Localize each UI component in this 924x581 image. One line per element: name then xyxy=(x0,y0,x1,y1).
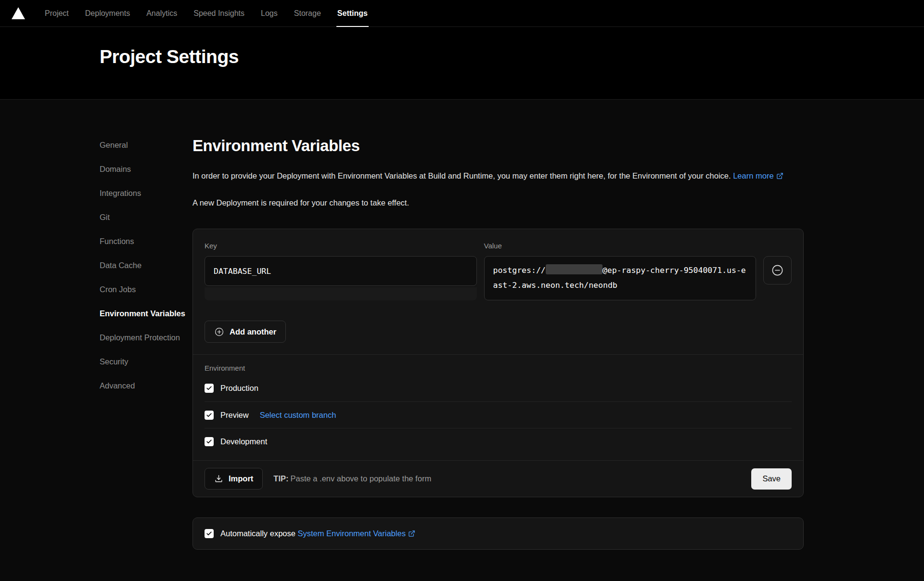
vercel-logo[interactable] xyxy=(12,7,33,19)
card-footer: Import TIP:Paste a .env above to populat… xyxy=(193,460,803,497)
minus-circle-icon xyxy=(771,264,784,277)
sidebar-item-functions[interactable]: Functions xyxy=(100,237,134,246)
sidebar-item-advanced[interactable]: Advanced xyxy=(100,381,135,390)
environment-row-development: Development xyxy=(205,428,792,454)
value-label: Value xyxy=(484,242,757,250)
section-description: In order to provide your Deployment with… xyxy=(192,168,804,183)
page-header: Project Settings xyxy=(0,27,924,100)
content-area: General Domains Integrations Git Functio… xyxy=(0,100,924,581)
environment-row-production: Production xyxy=(205,375,792,401)
deployment-note: A new Deployment is required for your ch… xyxy=(192,198,804,207)
key-value-section: Key Value postgres://@ep-raspy-cherry-95… xyxy=(193,229,803,354)
tip-body: Paste a .env above to populate the form xyxy=(291,474,432,483)
import-tip: TIP:Paste a .env above to populate the f… xyxy=(273,474,431,483)
development-label: Development xyxy=(220,437,267,446)
nav-tab-deployments[interactable]: Deployments xyxy=(77,0,138,26)
learn-more-label: Learn more xyxy=(733,171,773,180)
page-title: Project Settings xyxy=(100,46,924,67)
sidebar-item-data-cache[interactable]: Data Cache xyxy=(100,261,141,270)
vercel-triangle-icon xyxy=(12,7,25,19)
external-link-icon xyxy=(408,530,415,537)
description-text: In order to provide your Deployment with… xyxy=(192,171,731,180)
key-label: Key xyxy=(205,242,477,250)
check-icon xyxy=(206,385,212,391)
sidebar-item-security[interactable]: Security xyxy=(100,357,128,366)
nav-tab-storage[interactable]: Storage xyxy=(286,0,329,26)
remove-row-button[interactable] xyxy=(763,256,792,284)
learn-more-link[interactable]: Learn more xyxy=(733,171,783,180)
environment-variables-card: Key Value postgres://@ep-raspy-cherry-95… xyxy=(192,229,804,497)
plus-circle-icon xyxy=(214,327,224,337)
sidebar-item-domains[interactable]: Domains xyxy=(100,165,131,174)
tip-prefix: TIP: xyxy=(273,474,288,483)
preview-label: Preview xyxy=(220,411,249,420)
nav-tabs: Project Deployments Analytics Speed Insi… xyxy=(37,0,376,26)
sidebar-item-deployment-protection[interactable]: Deployment Protection xyxy=(100,333,180,342)
redacted-credentials xyxy=(546,264,603,274)
nav-tab-settings[interactable]: Settings xyxy=(329,0,376,26)
nav-tab-analytics[interactable]: Analytics xyxy=(138,0,185,26)
save-button[interactable]: Save xyxy=(751,468,792,490)
top-navigation: Project Deployments Analytics Speed Insi… xyxy=(0,0,924,27)
section-title: Environment Variables xyxy=(192,137,804,155)
production-checkbox[interactable] xyxy=(205,384,214,393)
auto-expose-card: Automatically expose System Environment … xyxy=(192,517,804,550)
sidebar-item-integrations[interactable]: Integrations xyxy=(100,189,141,198)
system-env-variables-link[interactable]: System Environment Variables xyxy=(298,529,415,538)
value-input[interactable]: postgres://@ep-raspy-cherry-95040071.us-… xyxy=(484,256,757,300)
nav-tab-speed-insights[interactable]: Speed Insights xyxy=(185,0,253,26)
environment-section: Environment Production Preview Select cu… xyxy=(193,355,803,460)
import-label: Import xyxy=(229,474,253,483)
add-another-button[interactable]: Add another xyxy=(205,321,286,343)
key-input-underpanel xyxy=(205,287,477,300)
auto-expose-label: Automatically expose xyxy=(220,529,295,538)
key-input[interactable] xyxy=(205,256,477,286)
nav-tab-logs[interactable]: Logs xyxy=(253,0,286,26)
system-env-variables-label: System Environment Variables xyxy=(298,529,406,538)
development-checkbox[interactable] xyxy=(205,437,214,446)
sidebar-item-environment-variables[interactable]: Environment Variables xyxy=(100,309,185,318)
check-icon xyxy=(206,412,212,418)
nav-tab-project[interactable]: Project xyxy=(37,0,77,26)
environment-row-preview: Preview Select custom branch xyxy=(205,401,792,428)
select-custom-branch-link[interactable]: Select custom branch xyxy=(260,411,336,420)
auto-expose-text: Automatically expose System Environment … xyxy=(220,529,415,538)
sidebar-item-cron-jobs[interactable]: Cron Jobs xyxy=(100,285,136,294)
production-label: Production xyxy=(220,384,258,393)
add-another-label: Add another xyxy=(230,327,276,336)
external-link-icon xyxy=(776,172,783,180)
download-icon xyxy=(214,474,223,483)
environment-variables-panel: Environment Variables In order to provid… xyxy=(192,100,804,581)
preview-checkbox[interactable] xyxy=(205,411,214,420)
sidebar-item-git[interactable]: Git xyxy=(100,213,110,222)
import-button[interactable]: Import xyxy=(205,468,263,490)
sidebar-item-general[interactable]: General xyxy=(100,141,128,150)
check-icon xyxy=(206,439,212,445)
check-icon xyxy=(206,530,212,537)
auto-expose-checkbox[interactable] xyxy=(205,529,214,538)
environment-heading: Environment xyxy=(205,364,792,372)
settings-sidebar: General Domains Integrations Git Functio… xyxy=(0,100,192,581)
value-prefix: postgres:// xyxy=(493,266,546,275)
